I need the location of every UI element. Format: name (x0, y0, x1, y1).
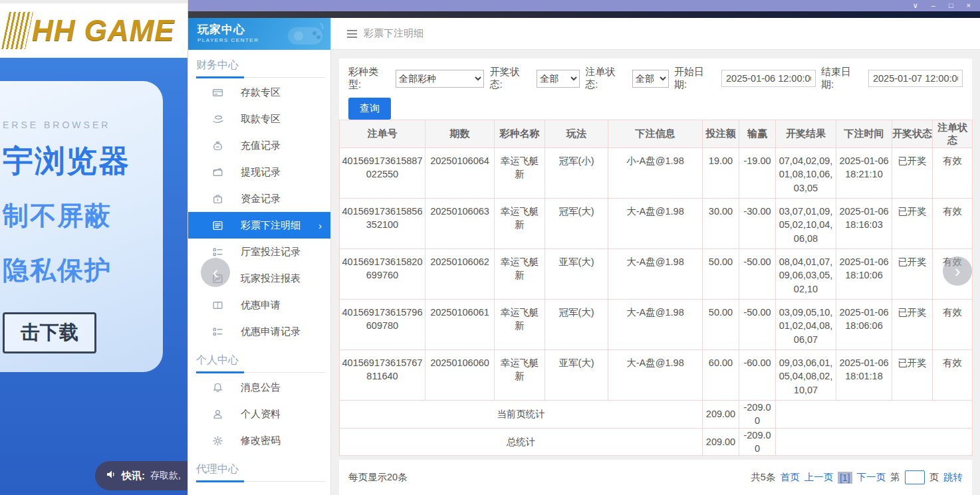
sidebar-item-label: 个人资料 (241, 408, 281, 421)
sidebar-item-promo-apply[interactable]: 优惠申请 (188, 292, 330, 318)
sidebar-section-header: 个人中心 (196, 353, 330, 367)
wallet-icon (212, 167, 223, 178)
ticker-label: 快讯: (122, 470, 145, 482)
table-cell: 已开奖 (892, 148, 933, 199)
pagination-panel: 每页显示20条 共5条 首页 上一页 [1] 下一页 第 页 跳转 (339, 460, 972, 495)
bank-card-icon (212, 87, 223, 98)
table-cell: 20250106062 (426, 249, 495, 300)
jump-button[interactable]: 跳转 (943, 471, 963, 484)
sidebar-item-deposit-zone[interactable]: 存款专区 (188, 79, 330, 106)
col-header-2: 彩种名称 (495, 120, 545, 148)
col-header-1: 期数 (426, 120, 495, 148)
sidebar-item-label: 消息公告 (241, 381, 281, 394)
sidebar-item-recharge-record[interactable]: 充值记录 (188, 132, 330, 159)
table-row: 40156917361576781164020250106060幸运飞艇新亚军(… (340, 350, 973, 401)
table-cell: 冠军(大) (545, 300, 608, 350)
summary-empty (776, 428, 973, 456)
table-cell: 03,07,01,09,05,02,10,04,06,08 (776, 199, 836, 249)
col-header-10: 注单状态 (933, 120, 973, 148)
total-count-text: 共5条 (751, 471, 775, 484)
table-cell: 50.00 (703, 249, 739, 300)
maximize-icon[interactable]: □ (949, 2, 953, 9)
gear-icon (212, 435, 223, 446)
table-row: 40156917361585635210020250106063幸运飞艇新冠军(… (340, 199, 973, 249)
table-cell: 已开奖 (892, 350, 933, 401)
col-header-3: 玩法 (545, 120, 608, 148)
player-center-sidebar: 玩家中心 PLAYERS CENTER 财务中心存款专区取款专区充值记录提现记录… (188, 18, 331, 495)
sidebar-item-label: 提现记录 (241, 166, 281, 179)
sidebar-item-funds-record[interactable]: 资金记录 (188, 185, 330, 212)
underline-blue (196, 371, 244, 373)
table-cell: 20250106064 (426, 148, 495, 199)
table-cell: 401569173615887022550 (340, 148, 426, 199)
summary-bet-total: 209.00 (703, 401, 739, 429)
next-page-link[interactable]: 下一页 (857, 471, 886, 484)
sidebar-item-personal-profile[interactable]: 个人资料 (188, 401, 330, 427)
col-header-5: 投注额 (703, 120, 739, 148)
table-cell: 2025-01-06 18:10:06 (836, 249, 892, 300)
sidebar-item-withdraw-zone[interactable]: 取款专区 (188, 106, 330, 132)
download-button[interactable]: 击下载 (3, 312, 96, 353)
sidebar-section-header: 代理中心 (196, 462, 330, 476)
end-date-input[interactable] (868, 70, 963, 87)
search-button[interactable]: 查询 (348, 98, 391, 120)
jump-label-post: 页 (929, 471, 939, 484)
col-header-4: 下注信息 (608, 120, 703, 148)
prev-page-link[interactable]: 上一页 (804, 471, 833, 484)
table-cell: 幸运飞艇新 (495, 199, 545, 249)
table-cell: 冠军(大) (545, 199, 608, 249)
table-cell: 已开奖 (892, 199, 933, 249)
end-date-label: 结束日期: (821, 66, 863, 91)
news-ticker[interactable]: 快讯: 存取款, (95, 461, 188, 490)
summary-row-current-page: 当前页统计209.00-209.00 (340, 401, 973, 429)
table-cell: 03,09,05,10,01,02,04,08,06,07 (776, 300, 836, 350)
sidebar-item-label: 厅室投注记录 (241, 246, 301, 258)
table-cell: 已开奖 (892, 300, 933, 350)
sidebar-item-promo-apply-record[interactable]: 优惠申请记录 (188, 318, 330, 345)
first-page-link[interactable]: 首页 (780, 471, 799, 484)
list-icon (212, 326, 223, 338)
table-cell: 30.00 (703, 199, 739, 249)
table-cell: 大-A盘@1.98 (608, 350, 703, 401)
chevron-down-icon[interactable]: ∨ (913, 2, 918, 9)
sidebar-item-message-announcement[interactable]: 消息公告 (188, 374, 330, 401)
summary-row-total: 总统计209.00-209.00 (340, 428, 973, 456)
summary-empty (776, 401, 973, 429)
coin-purse-icon (212, 193, 223, 205)
col-header-6: 输赢 (739, 120, 776, 148)
summary-label: 当前页统计 (340, 401, 703, 429)
sidebar-item-label: 玩家投注报表 (241, 272, 301, 285)
table-cell: 401569173615820699760 (340, 249, 426, 300)
sidebar-item-lottery-bet-detail[interactable]: 彩票下注明细› (188, 212, 330, 239)
page-jump-input[interactable] (905, 470, 925, 484)
current-page-indicator[interactable]: [1] (838, 472, 852, 484)
sidebar-item-withdrawal-record[interactable]: 提现记录 (188, 159, 330, 185)
close-icon[interactable]: × (967, 2, 971, 9)
banner-line2: 制不屏蔽 (3, 198, 163, 234)
draw-status-select[interactable]: 全部 (537, 70, 580, 88)
list-icon (212, 247, 223, 258)
panel-expand-button[interactable]: › (943, 256, 972, 286)
page-size-text: 每页显示20条 (348, 471, 408, 484)
col-header-0: 注单号 (340, 120, 426, 148)
sidebar-collapse-button[interactable]: ‹ (201, 258, 230, 287)
table-cell: 09,03,06,01,05,04,08,02,10,07 (776, 350, 836, 401)
summary-winloss-total: -209.00 (739, 401, 776, 429)
hamburger-icon[interactable] (347, 30, 357, 38)
banner-headline: 宇浏览器 (3, 141, 163, 182)
draw-status-label: 开奖状态: (489, 66, 531, 91)
filter-panel: 彩种类型: 全部彩种 开奖状态: 全部 注单状态: 全部 开始日期: 结束日期:… (339, 58, 972, 128)
table-cell: 08,04,01,07,09,06,03,05,02,10 (776, 249, 836, 300)
dark-header-strip (188, 11, 980, 18)
table-cell: 401569173615856352100 (340, 199, 426, 249)
order-status-select[interactable]: 全部 (632, 70, 669, 88)
sidebar-item-label: 优惠申请 (241, 299, 281, 312)
lottery-type-select[interactable]: 全部彩种 (396, 70, 484, 88)
minimize-icon[interactable]: – (931, 2, 935, 9)
start-date-input[interactable] (721, 70, 816, 87)
hand-money-icon (212, 114, 223, 125)
sidebar-item-change-password[interactable]: 修改密码 (188, 427, 330, 454)
table-cell: 2025-01-06 18:21:10 (836, 148, 892, 199)
sidebar-item-label: 取款专区 (241, 113, 281, 126)
table-cell: -19.00 (739, 148, 776, 199)
